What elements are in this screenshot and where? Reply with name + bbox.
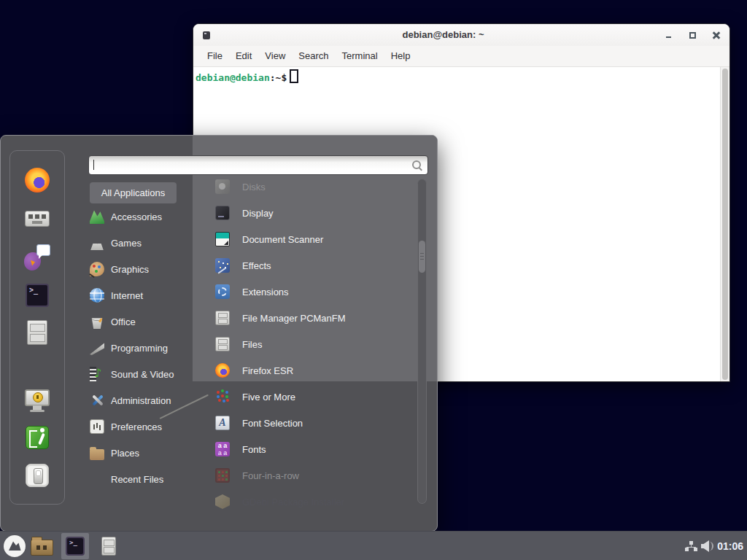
terminal-scrollbar-thumb[interactable] [722, 69, 728, 380]
favorite-file-manager-icon[interactable] [24, 319, 50, 346]
menu-edit[interactable]: Edit [229, 46, 258, 66]
favorite-terminal-icon[interactable] [24, 282, 50, 308]
menu-search-input[interactable] [88, 155, 428, 175]
prompt-user-host: debian@debian [196, 72, 270, 83]
favorite-pidgin-icon[interactable] [24, 244, 50, 271]
monitor-base [30, 410, 44, 412]
places-icon [90, 449, 104, 460]
application-list: Disks Display Document Scanner Effects E… [207, 174, 413, 515]
menu-button[interactable] [4, 535, 26, 557]
menu-view[interactable]: View [258, 46, 292, 66]
search-icon [411, 160, 422, 171]
all-applications-label: All Applications [101, 187, 165, 198]
app-label: Display [242, 208, 274, 219]
app-label: Disks [242, 182, 266, 192]
app-label: Document Scanner [242, 234, 323, 245]
internet-icon [90, 288, 104, 303]
app-list-scrollbar-thumb[interactable] [419, 241, 425, 273]
favorites-rail [9, 150, 65, 505]
disks-icon [215, 179, 230, 194]
category-places[interactable]: Places [90, 440, 201, 466]
preferences-icon [90, 419, 104, 434]
terminal-scrollbar[interactable] [720, 67, 729, 381]
app-fonts[interactable]: Fonts [207, 436, 413, 462]
four-in-a-row-icon [215, 468, 230, 483]
debian-swirl-icon [4, 535, 26, 557]
taskbar-file-manager-button[interactable] [31, 540, 53, 556]
category-accessories[interactable]: Accessories [90, 203, 201, 230]
terminal-window-icon [203, 31, 210, 39]
category-label: Recent Files [111, 474, 163, 485]
file-cabinet-icon [215, 311, 230, 325]
logout-icon[interactable] [24, 424, 50, 451]
category-programming[interactable]: Programming [90, 335, 201, 361]
app-file-manager-pcmanfm[interactable]: File Manager PCManFM [207, 305, 413, 331]
app-label: Firefox ESR [242, 365, 293, 376]
font-selection-icon [215, 416, 230, 430]
app-display[interactable]: Display [207, 200, 413, 226]
close-button[interactable] [712, 31, 721, 40]
favorite-input-settings-icon[interactable] [24, 206, 50, 232]
network-icon[interactable] [685, 541, 697, 551]
category-label: Accessories [111, 211, 162, 222]
minimize-button[interactable] [664, 31, 673, 40]
app-label: Files [242, 339, 262, 350]
gdebi-package-icon [215, 494, 230, 509]
app-font-selection[interactable]: Font Selection [207, 410, 413, 436]
file-cabinet-icon [27, 320, 47, 345]
app-document-scanner[interactable]: Document Scanner [207, 226, 413, 252]
category-administration[interactable]: Administration [90, 387, 201, 413]
administration-icon [90, 393, 104, 408]
shutdown-icon[interactable] [24, 462, 50, 489]
terminal-prompt: debian@debian:~$ [196, 69, 298, 83]
category-label: Programming [111, 343, 168, 354]
maximize-button[interactable] [688, 31, 697, 40]
graphics-icon [90, 262, 104, 276]
prompt-suffix: :~$ [270, 72, 287, 83]
app-label: GDebi Package Installer [242, 497, 344, 508]
app-extensions[interactable]: Extensions [207, 279, 413, 305]
speech-bubble-icon [36, 244, 50, 256]
app-label: Font Selection [242, 418, 303, 429]
taskbar-files-button[interactable] [99, 537, 118, 556]
fonts-icon [215, 442, 230, 456]
taskbar-terminal-button[interactable] [61, 533, 89, 559]
menu-search[interactable]: Search [292, 46, 335, 66]
app-files[interactable]: Files [207, 331, 413, 357]
taskbar-clock[interactable]: 01:06 [717, 532, 743, 560]
all-applications-button[interactable]: All Applications [90, 182, 177, 203]
category-internet[interactable]: Internet [90, 282, 201, 308]
app-effects[interactable]: Effects [207, 252, 413, 279]
category-sound-video[interactable]: Sound & Video [90, 361, 201, 387]
category-graphics[interactable]: Graphics [90, 256, 201, 282]
category-recent-files[interactable]: Recent Files [90, 466, 201, 492]
favorite-firefox-icon[interactable] [24, 167, 50, 193]
category-office[interactable]: Office [90, 308, 201, 335]
app-disks[interactable]: Disks [207, 174, 413, 200]
file-cabinet-icon [215, 337, 230, 351]
category-games[interactable]: Games [90, 230, 201, 256]
app-four-in-a-row[interactable]: Four-in-a-row [207, 462, 413, 489]
app-gdebi-package-installer[interactable]: GDebi Package Installer [207, 489, 413, 515]
app-label: Effects [242, 260, 271, 271]
category-preferences[interactable]: Preferences [90, 413, 201, 440]
desktop: debian@debian: ~ File Edit View Search T… [0, 0, 747, 560]
menu-terminal[interactable]: Terminal [336, 46, 384, 66]
category-label: Graphics [111, 264, 149, 275]
text-caret [93, 160, 94, 170]
firefox-icon [215, 363, 230, 378]
accessories-icon [90, 209, 104, 224]
application-menu: debian [0, 135, 438, 532]
file-cabinet-icon [101, 537, 116, 556]
app-firefox-esr[interactable]: Firefox ESR [207, 357, 413, 384]
games-icon [90, 236, 104, 250]
exit-figure-head [40, 428, 44, 432]
app-five-or-more[interactable]: Five or More [207, 384, 413, 410]
menu-help[interactable]: Help [384, 46, 417, 66]
terminal-titlebar[interactable]: debian@debian: ~ [193, 24, 729, 47]
app-list-scrollbar[interactable] [417, 179, 427, 504]
lock-screen-icon[interactable] [24, 387, 50, 413]
volume-icon[interactable] [701, 540, 714, 552]
menu-file[interactable]: File [201, 46, 229, 66]
app-label: Extensions [242, 287, 289, 298]
